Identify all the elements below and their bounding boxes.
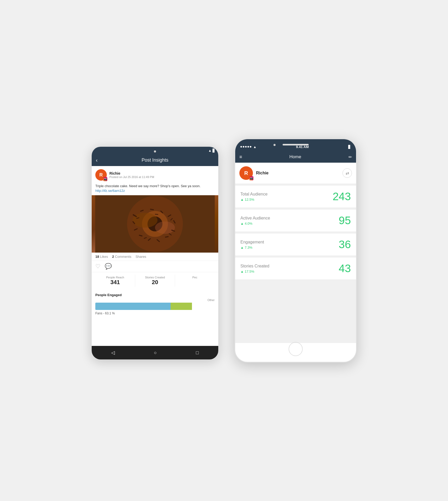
- engagement-bar-chart: [95, 303, 215, 310]
- people-engaged-section: People Engaged Other Fans - 63.1 %: [92, 290, 218, 318]
- back-button[interactable]: ‹: [96, 157, 98, 163]
- other-label: Other: [95, 298, 215, 302]
- people-engaged-title: People Engaged: [95, 293, 215, 297]
- post-meta: Richie Posted on Jul 25 2016 at 11:49 PM: [109, 171, 154, 179]
- ios-stories-change: 17.5%: [240, 270, 269, 273]
- active-audience-label: Active Audience: [240, 216, 270, 221]
- signal-dot-1: [240, 146, 242, 148]
- total-audience-label: Total Audience: [240, 192, 267, 197]
- engagement-change: 7.3%: [240, 246, 264, 249]
- people-reach-label: People Reach: [95, 276, 135, 279]
- ios-phone: ▲ 9.41 AM ▊ ≡ Home ✏ R 📷 Richie ⇄: [234, 138, 357, 363]
- stories-created-metric: Stories Created 20: [135, 275, 175, 287]
- total-audience-card: Total Audience 12.5% 243: [235, 186, 356, 207]
- engagement-info: Engagement 7.3%: [240, 240, 264, 249]
- post-timestamp: Posted on Jul 25 2016 at 11:49 PM: [109, 175, 154, 179]
- people-reach-metric: People Reach 341: [95, 275, 135, 287]
- comments-count: 2 Comments: [112, 255, 131, 259]
- svg-point-5: [155, 222, 175, 234]
- stories-created-value: 20: [135, 279, 175, 286]
- back-nav-icon[interactable]: ◁: [111, 350, 115, 356]
- signal-dot-4: [247, 146, 249, 148]
- android-status-bar: ▲ ▊: [92, 147, 218, 154]
- comment-icon[interactable]: 💬: [105, 263, 112, 270]
- active-audience-value: 95: [339, 214, 351, 227]
- ios-avatar: R 📷: [239, 166, 253, 180]
- other-bar: [171, 303, 192, 310]
- ios-instagram-badge: 📷: [249, 176, 253, 180]
- ios-profile-left: R 📷 Richie: [239, 166, 269, 180]
- ios-wifi-icon: ▲: [253, 145, 257, 149]
- bar-labels: Fans - 63.1 %: [95, 311, 215, 315]
- post-image: [92, 195, 218, 253]
- post-text-content: Triple chocolate cake. Need we say more?…: [95, 184, 201, 188]
- signal-dot-2: [243, 146, 244, 148]
- post-header: R 📷 Richie Posted on Jul 25 2016 at 11:4…: [92, 166, 218, 183]
- camera-bump: [273, 144, 276, 146]
- people-reach-value: 341: [95, 279, 135, 286]
- metrics-row: People Reach 341 Stories Created 20 Pec: [92, 272, 218, 289]
- ios-stories-label: Stories Created: [240, 264, 269, 268]
- ios-profile-card: R 📷 Richie ⇄: [235, 163, 356, 184]
- engagement-card: Engagement 7.3% 36: [235, 234, 356, 255]
- fans-label: Fans - 63.1 %: [95, 311, 115, 315]
- stories-created-label: Stories Created: [135, 276, 175, 279]
- ios-username: Richie: [256, 171, 269, 175]
- post-actions: ♡ 💬: [92, 261, 218, 272]
- avatar: R 📷: [95, 169, 107, 181]
- hamburger-menu-icon[interactable]: ≡: [239, 154, 242, 160]
- total-audience-change: 12.5%: [240, 198, 267, 201]
- signal-dot-5: [250, 146, 251, 148]
- engagement-label: Engagement: [240, 240, 264, 245]
- pec-label: Pec: [175, 276, 215, 279]
- ios-navbar: ≡ Home ✏: [235, 151, 356, 163]
- likes-count: 18 Likes: [95, 255, 108, 259]
- android-bottom-nav: ◁ ○ □: [92, 346, 218, 359]
- like-icon[interactable]: ♡: [95, 263, 101, 270]
- engagement-value: 36: [339, 238, 351, 251]
- recent-nav-icon[interactable]: □: [196, 350, 199, 356]
- active-audience-info: Active Audience 4.0%: [240, 216, 270, 225]
- page-title: Post Insights: [141, 157, 168, 163]
- wifi-icon: ▲ ▊: [208, 149, 215, 152]
- ios-status-left: ▲: [240, 145, 257, 149]
- svg-point-4: [133, 213, 158, 228]
- android-navbar: ‹ Post Insights: [92, 154, 218, 166]
- post-link[interactable]: http://ifz.se/6arn12z: [95, 189, 125, 193]
- fans-bar: [95, 303, 171, 310]
- shares-count: Shares: [135, 255, 146, 259]
- ios-content: R 📷 Richie ⇄ Total Audience 12.5% 243 Ac…: [235, 163, 356, 343]
- ios-status-bar: ▲ 9.41 AM ▊: [235, 139, 356, 151]
- pec-metric: Pec: [175, 275, 215, 287]
- edit-icon[interactable]: ✏: [349, 155, 352, 160]
- post-username: Richie: [109, 171, 154, 175]
- share-button[interactable]: ⇄: [343, 168, 352, 178]
- ios-time: 9.41 AM: [296, 145, 309, 149]
- active-audience-change: 4.0%: [240, 222, 270, 225]
- home-nav-icon[interactable]: ○: [154, 350, 157, 356]
- stories-created-info: Stories Created 17.5%: [240, 264, 269, 273]
- active-audience-card: Active Audience 4.0% 95: [235, 210, 356, 231]
- stories-created-card: Stories Created 17.5% 43: [235, 258, 356, 279]
- post-text: Triple chocolate cake. Need we say more?…: [92, 183, 218, 195]
- scene: ▲ ▊ ‹ Post Insights R 📷 Richie Posted on…: [91, 138, 357, 363]
- signal-dot-3: [245, 146, 247, 148]
- post-stats: 18 Likes 2 Comments Shares: [92, 253, 218, 261]
- instagram-badge: 📷: [103, 177, 107, 181]
- donut-image: [92, 195, 218, 253]
- total-audience-value: 243: [333, 190, 351, 203]
- android-content: R 📷 Richie Posted on Jul 25 2016 at 11:4…: [92, 166, 218, 346]
- ios-stories-value: 43: [339, 262, 351, 275]
- ios-battery-icon: ▊: [348, 145, 351, 149]
- android-phone: ▲ ▊ ‹ Post Insights R 📷 Richie Posted on…: [91, 146, 219, 360]
- total-audience-info: Total Audience 12.5%: [240, 192, 267, 201]
- ios-page-title: Home: [289, 154, 301, 160]
